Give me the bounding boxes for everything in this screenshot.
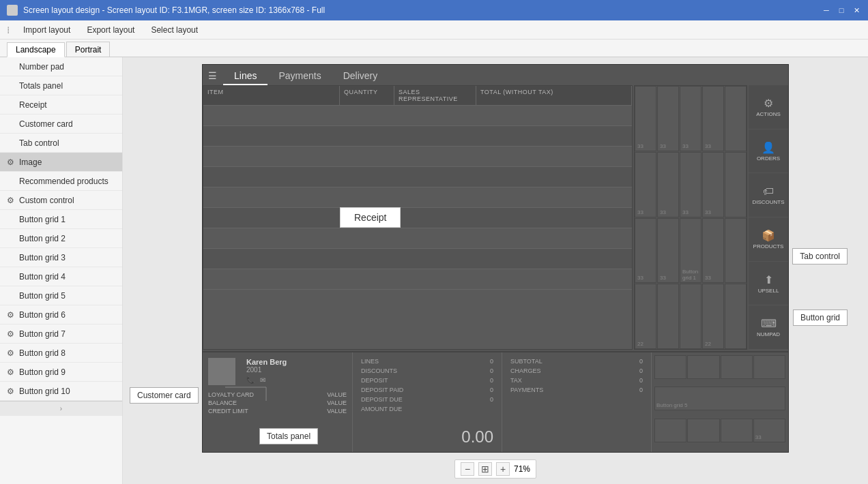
btn-cell[interactable]: 33 xyxy=(702,152,724,217)
menu-select-layout[interactable]: Select layout xyxy=(148,24,201,36)
titlebar-controls: ─ □ ✕ xyxy=(822,5,861,15)
sidebar-item-totals-panel[interactable]: ⚙ Totals panel xyxy=(0,76,122,95)
sidebar-item-button-grid-9[interactable]: ⚙ Button grid 9 xyxy=(0,363,122,382)
deposit-label: DEPOSIT xyxy=(361,377,388,384)
bottom-btn-cell[interactable] xyxy=(721,355,753,379)
totals-row-payments: PAYMENTS 0 xyxy=(510,385,643,395)
totals-row-lines: LINES 0 xyxy=(361,357,493,366)
actions-label: ACTIONS xyxy=(756,111,781,117)
bottom-btn-cell[interactable]: 33 xyxy=(753,419,785,442)
gear-icon: ⚙ xyxy=(5,387,15,396)
callout-totals-panel-label: Totals panel xyxy=(259,428,318,444)
bottom-btn-cell[interactable] xyxy=(687,419,719,442)
btn-cell[interactable] xyxy=(725,284,747,349)
btn-cell[interactable]: 33 xyxy=(635,86,656,151)
sidebar-item-button-grid-7[interactable]: ⚙ Button grid 7 xyxy=(0,324,122,344)
callout-tab-control-label: Tab control xyxy=(792,248,848,264)
sidebar-item-button-grid-10[interactable]: ⚙ Button grid 10 xyxy=(0,382,122,401)
btn-cell[interactable]: 33 xyxy=(657,86,679,151)
bottom-btn-cell[interactable] xyxy=(654,419,686,442)
orientation-tabrow: Landscape Portrait xyxy=(0,40,868,57)
discounts-tot-label: DISCOUNTS xyxy=(361,367,397,374)
menu-import-layout[interactable]: Import layout xyxy=(20,24,73,36)
sidebar: ⚙ Number pad ⚙ Totals panel ⚙ Receipt ⚙ … xyxy=(0,57,123,484)
sidebar-item-tab-control[interactable]: ⚙ Tab control xyxy=(0,134,122,153)
btn-cell[interactable] xyxy=(725,86,747,151)
zoom-out-button[interactable]: − xyxy=(461,462,474,476)
bottom-btn-cell-label[interactable]: Button grid 5 xyxy=(654,387,785,410)
bottom-btn-cell[interactable] xyxy=(753,355,785,379)
bottom-btn-cell[interactable] xyxy=(654,355,686,379)
btn-cell[interactable]: 22 xyxy=(635,284,656,349)
sidebar-item-button-grid-5[interactable]: ⚙ Button grid 5 xyxy=(0,286,122,305)
upsell-icon: ⬆ xyxy=(764,273,773,286)
btn-cell[interactable]: 33 xyxy=(702,218,724,284)
sidebar-item-image[interactable]: ⚙ Image xyxy=(0,153,122,172)
balance-value: Value xyxy=(327,399,347,406)
sidebar-item-recommended-products[interactable]: ⚙ Recommended products xyxy=(0,172,122,191)
receipt-row xyxy=(203,167,632,187)
sidebar-item-button-grid-4[interactable]: ⚙ Button grid 4 xyxy=(0,267,122,286)
deposit-paid-value: 0 xyxy=(490,387,493,393)
sidebar-item-receipt[interactable]: ⚙ Receipt xyxy=(0,95,122,115)
action-btn-actions[interactable]: ⚙ ACTIONS xyxy=(749,85,788,130)
sidebar-item-button-grid-2[interactable]: ⚙ Button grid 2 xyxy=(0,229,122,248)
callout-customer-line xyxy=(225,380,307,408)
sidebar-item-number-pad[interactable]: ⚙ Number pad xyxy=(0,57,122,76)
receipt-row xyxy=(203,228,632,249)
menu-export-layout[interactable]: Export layout xyxy=(84,24,137,36)
col-item: ITEM xyxy=(203,86,340,105)
action-btn-orders[interactable]: 👤 ORDERS xyxy=(749,130,788,174)
btn-cell[interactable] xyxy=(725,152,747,217)
preview-tab-lines[interactable]: Lines xyxy=(223,67,267,85)
products-label: PRODUCTS xyxy=(753,243,784,249)
btn-cell[interactable]: Button grid 1 xyxy=(680,218,701,284)
payments-value: 0 xyxy=(639,387,643,393)
tab-landscape[interactable]: Landscape xyxy=(7,42,65,57)
btn-cell[interactable]: 33 xyxy=(635,218,656,284)
btn-cell[interactable]: 33 xyxy=(635,152,656,217)
btn-cell[interactable] xyxy=(680,284,701,349)
action-btn-discounts[interactable]: 🏷 DISCOUNTS xyxy=(749,173,788,217)
hamburger-icon: ☰ xyxy=(208,70,217,81)
tab-portrait[interactable]: Portrait xyxy=(66,42,111,57)
receipt-row xyxy=(203,126,632,147)
bottom-btn-cell[interactable] xyxy=(687,355,719,379)
action-btn-numpad[interactable]: ⌨ NUMPAD xyxy=(749,305,788,350)
sidebar-resize-handle[interactable]: › xyxy=(0,401,122,416)
btn-cell[interactable] xyxy=(657,284,679,349)
bottom-btn-cell[interactable] xyxy=(721,419,753,442)
col-quantity: QUANTITY xyxy=(340,86,394,105)
col-total: TOTAL (WITHOUT TAX) xyxy=(476,86,632,105)
sidebar-item-custom-control[interactable]: ⚙ Custom control xyxy=(0,191,122,210)
btn-cell[interactable]: 33 xyxy=(657,218,679,284)
lines-label: LINES xyxy=(361,358,379,365)
lines-value: 0 xyxy=(490,358,493,365)
deposit-due-value: 0 xyxy=(490,396,493,403)
zoom-grid-button[interactable]: ⊞ xyxy=(478,462,492,476)
btn-cell[interactable] xyxy=(725,218,747,284)
gear-icon: ⚙ xyxy=(5,310,15,320)
btn-cell[interactable]: 33 xyxy=(657,152,679,217)
action-btn-products[interactable]: 📦 PRODUCTS xyxy=(749,217,788,262)
callout-customer-card-label: Customer card xyxy=(130,387,199,404)
sidebar-item-customer-card[interactable]: ⚙ Customer card xyxy=(0,115,122,134)
action-btn-upsell[interactable]: ⬆ UPSELL xyxy=(749,262,788,306)
sidebar-item-button-grid-1[interactable]: ⚙ Button grid 1 xyxy=(0,210,122,229)
minimize-button[interactable]: ─ xyxy=(822,5,831,15)
btn-cell[interactable]: 22 xyxy=(702,284,724,349)
preview-tab-payments[interactable]: Payments xyxy=(267,67,332,85)
close-button[interactable]: ✕ xyxy=(852,5,861,15)
callout-button-grid: Button grid xyxy=(793,309,848,326)
btn-cell[interactable]: 33 xyxy=(680,152,701,217)
preview-tab-delivery[interactable]: Delivery xyxy=(332,67,389,85)
sidebar-item-button-grid-8[interactable]: ⚙ Button grid 8 xyxy=(0,344,122,363)
maximize-button[interactable]: □ xyxy=(837,5,846,15)
btn-cell[interactable]: 33 xyxy=(702,86,724,151)
customer-id: 2001 xyxy=(246,366,287,374)
zoom-in-button[interactable]: + xyxy=(496,462,510,476)
gear-icon: ⚙ xyxy=(5,329,15,339)
sidebar-item-button-grid-6[interactable]: ⚙ Button grid 6 xyxy=(0,305,122,324)
btn-cell[interactable]: 33 xyxy=(680,86,701,151)
sidebar-item-button-grid-3[interactable]: ⚙ Button grid 3 xyxy=(0,248,122,267)
